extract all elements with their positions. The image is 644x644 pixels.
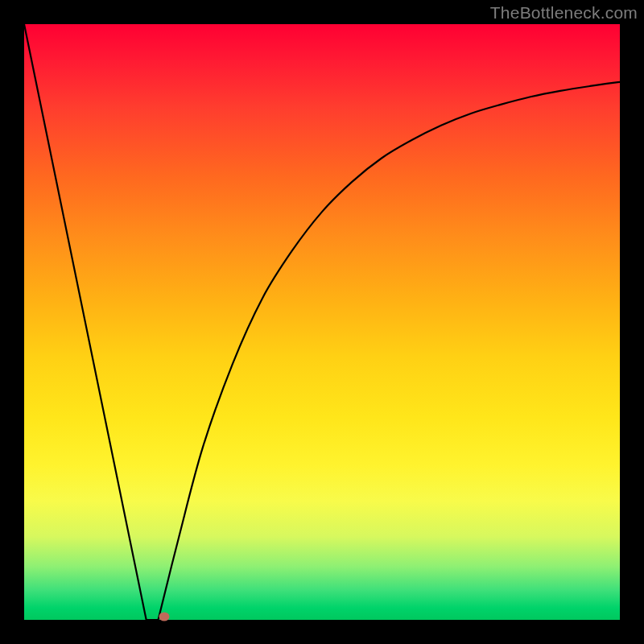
plot-area	[24, 24, 620, 620]
curve-path	[24, 24, 620, 620]
watermark-text: TheBottleneck.com	[490, 3, 638, 23]
bottleneck-curve	[24, 24, 620, 620]
chart-frame: TheBottleneck.com	[0, 0, 644, 644]
minimum-marker	[159, 613, 169, 621]
